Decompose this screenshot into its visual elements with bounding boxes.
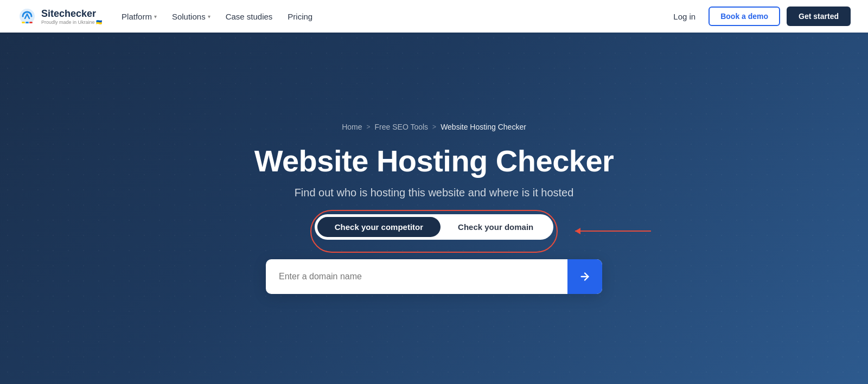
- breadcrumb-sep-1: >: [367, 123, 371, 131]
- toggle-group: Check your competitor Check your domain: [315, 214, 554, 240]
- book-demo-button[interactable]: Book a demo: [709, 7, 780, 26]
- logo-name: Sitechecker: [41, 8, 102, 20]
- nav-pricing[interactable]: Pricing: [288, 12, 312, 21]
- breadcrumb-free-seo-tools[interactable]: Free SEO Tools: [375, 123, 429, 131]
- login-button[interactable]: Log in: [667, 8, 702, 25]
- arrow-line: [575, 231, 651, 232]
- nav-solutions[interactable]: Solutions ▾: [172, 12, 210, 21]
- logo-tagline: Proudly made in Ukraine 🇺🇦: [41, 20, 102, 25]
- breadcrumb-sep-2: >: [432, 123, 436, 131]
- hero-section: Home > Free SEO Tools > Website Hosting …: [0, 0, 868, 384]
- arrow-right-icon: [579, 271, 591, 283]
- logo[interactable]: Sitechecker Proudly made in Ukraine 🇺🇦: [17, 7, 102, 26]
- get-started-button[interactable]: Get started: [787, 7, 851, 26]
- nav-case-studies[interactable]: Case studies: [226, 12, 273, 21]
- nav-links: Platform ▾ Solutions ▾ Case studies Pric…: [122, 12, 312, 21]
- svg-rect-1: [25, 22, 29, 23]
- search-button[interactable]: [567, 259, 602, 294]
- toggle-domain-button[interactable]: Check your domain: [441, 217, 551, 237]
- svg-rect-2: [29, 22, 33, 23]
- toggle-competitor-button[interactable]: Check your competitor: [317, 217, 441, 237]
- svg-rect-0: [22, 22, 25, 23]
- arrow-annotation: [575, 231, 651, 232]
- breadcrumb: Home > Free SEO Tools > Website Hosting …: [342, 123, 526, 131]
- chevron-down-icon: ▾: [208, 14, 210, 20]
- hero-content: Home > Free SEO Tools > Website Hosting …: [254, 123, 614, 294]
- breadcrumb-home[interactable]: Home: [342, 123, 362, 131]
- search-input[interactable]: [266, 272, 567, 281]
- logo-icon: [17, 7, 37, 26]
- navbar-left: Sitechecker Proudly made in Ukraine 🇺🇦 P…: [17, 7, 312, 26]
- page-subtitle: Find out who is hosting this website and…: [295, 187, 574, 199]
- breadcrumb-current: Website Hosting Checker: [441, 123, 526, 131]
- navbar: Sitechecker Proudly made in Ukraine 🇺🇦 P…: [0, 0, 868, 33]
- navbar-right: Log in Book a demo Get started: [667, 7, 851, 26]
- page-title: Website Hosting Checker: [254, 144, 614, 178]
- nav-platform[interactable]: Platform ▾: [122, 12, 157, 21]
- chevron-down-icon: ▾: [154, 14, 157, 20]
- search-bar: [266, 259, 602, 294]
